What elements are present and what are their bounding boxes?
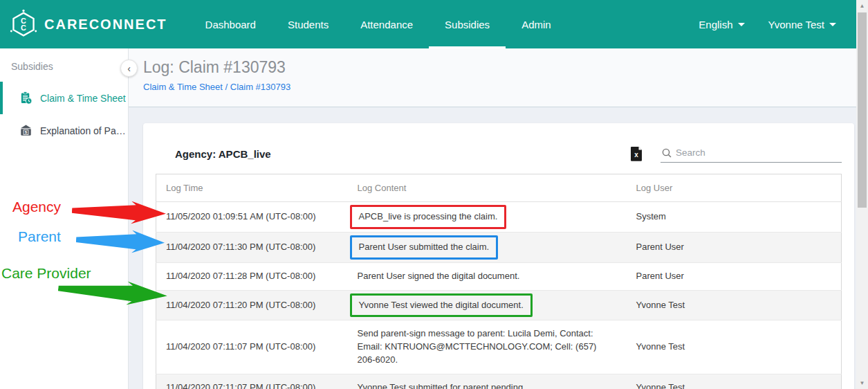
highlight-box-blue: Parent User submitted the claim. bbox=[350, 235, 499, 260]
vertical-scrollbar[interactable]: ▲ ▼ bbox=[856, 0, 868, 389]
log-time-cell: 11/04/2020 07:11:07 PM (UTC-08:00) bbox=[156, 374, 348, 389]
log-time-cell: 11/04/2020 07:11:28 PM (UTC-08:00) bbox=[156, 262, 348, 290]
breadcrumb-separator: / bbox=[225, 82, 228, 92]
svg-text:$: $ bbox=[25, 129, 28, 134]
brand-name: CARECONNECT bbox=[44, 17, 167, 33]
user-name: Yvonne Test bbox=[768, 19, 824, 30]
main-content: Log: Claim #130793 Claim & Time Sheet / … bbox=[129, 48, 868, 389]
nav-dashboard[interactable]: Dashboard bbox=[190, 0, 272, 48]
log-user-cell: System bbox=[627, 202, 842, 233]
title-block: Log: Claim #130793 Claim & Time Sheet / … bbox=[129, 48, 868, 107]
language-label: English bbox=[699, 19, 732, 30]
scroll-down-arrow-icon[interactable]: ▼ bbox=[856, 377, 868, 389]
agency-title: Agency: APCB_live bbox=[175, 148, 271, 160]
log-user-cell: Yvonne Test bbox=[627, 374, 842, 389]
sidebar-item-label: Claim & Time Sheet bbox=[40, 93, 126, 104]
sidebar: Subsidies Claim & Time Sheet bbox=[0, 48, 129, 389]
scrollbar-thumb[interactable] bbox=[858, 12, 867, 208]
search-input[interactable] bbox=[676, 147, 840, 158]
column-header-log-content: Log Content bbox=[348, 174, 627, 202]
column-header-log-time: Log Time bbox=[156, 174, 348, 202]
log-table-body: 11/05/2020 01:09:51 AM (UTC-08:00)APCB_l… bbox=[156, 202, 842, 389]
svg-text:x: x bbox=[634, 151, 638, 159]
highlight-box-red: APCB_live is processing the claim. bbox=[350, 205, 507, 229]
log-table: Log Time Log Content Log User 11/05/2020… bbox=[156, 174, 842, 389]
nav-subsidies[interactable]: Subsidies bbox=[429, 0, 506, 48]
nav-students[interactable]: Students bbox=[272, 0, 344, 48]
table-row: 11/04/2020 07:11:07 PM (UTC-08:00)Yvonne… bbox=[156, 374, 842, 389]
table-row: 11/04/2020 07:11:20 PM (UTC-08:00)Yvonne… bbox=[156, 290, 842, 320]
table-row: 11/04/2020 07:11:07 PM (UTC-08:00)Send p… bbox=[156, 320, 842, 374]
svg-text:C: C bbox=[21, 24, 26, 32]
page-area: Agency: APCB_live x bbox=[129, 107, 868, 389]
chevron-down-icon bbox=[738, 23, 745, 26]
log-user-cell: Parent User bbox=[627, 262, 842, 290]
scroll-up-arrow-icon[interactable]: ▲ bbox=[856, 0, 868, 12]
user-dropdown[interactable]: Yvonne Test bbox=[768, 19, 836, 30]
excel-export-icon[interactable]: x bbox=[631, 147, 643, 161]
column-header-log-user: Log User bbox=[627, 174, 842, 202]
sidebar-section-title: Subsidies bbox=[0, 48, 128, 82]
language-dropdown[interactable]: English bbox=[699, 19, 744, 30]
careconnect-logo-icon: C C bbox=[10, 9, 37, 39]
log-user-cell: Parent User bbox=[627, 232, 842, 262]
log-user-cell: Yvonne Test bbox=[627, 290, 842, 320]
search-icon bbox=[662, 148, 672, 158]
table-row: 11/04/2020 07:11:28 PM (UTC-08:00)Parent… bbox=[156, 262, 842, 290]
sidebar-item-explanation-of-payment[interactable]: $ Explanation of Pa… bbox=[0, 114, 128, 147]
log-content-cell: Yvonne Test submitted for parent pending… bbox=[348, 374, 627, 389]
nav-admin[interactable]: Admin bbox=[506, 0, 567, 48]
chevron-left-icon: ‹ bbox=[127, 64, 131, 73]
log-user-cell: Yvonne Test bbox=[627, 320, 842, 374]
main-nav: Dashboard Students Attendance Subsidies … bbox=[190, 0, 567, 48]
brand[interactable]: C C CARECONNECT bbox=[10, 0, 167, 48]
log-content-cell: Parent User signed the digital document. bbox=[348, 262, 627, 290]
sidebar-item-label: Explanation of Pa… bbox=[40, 125, 126, 136]
log-content-cell: Parent User submitted the claim. bbox=[348, 232, 627, 262]
log-content-cell: Yvonne Test viewed the digital document. bbox=[348, 290, 627, 320]
search-box bbox=[661, 145, 842, 163]
explanation-of-payment-icon: $ bbox=[19, 124, 33, 137]
claim-timesheet-icon bbox=[19, 91, 33, 105]
log-card: Agency: APCB_live x bbox=[143, 123, 854, 389]
breadcrumb: Claim & Time Sheet / Claim #130793 bbox=[143, 82, 868, 92]
log-time-cell: 11/04/2020 07:11:30 PM (UTC-08:00) bbox=[156, 232, 348, 262]
highlight-box-green: Yvonne Test viewed the digital document. bbox=[350, 293, 533, 318]
log-content-cell: APCB_live is processing the claim. bbox=[348, 202, 627, 233]
table-header-row: Log Time Log Content Log User bbox=[156, 174, 842, 202]
sidebar-collapse-button[interactable]: ‹ bbox=[120, 60, 138, 77]
page-title: Log: Claim #130793 bbox=[143, 58, 868, 77]
breadcrumb-link-claim-time-sheet[interactable]: Claim & Time Sheet bbox=[143, 82, 223, 92]
sidebar-item-claim-time-sheet[interactable]: Claim & Time Sheet bbox=[0, 82, 128, 114]
log-time-cell: 11/04/2020 07:11:07 PM (UTC-08:00) bbox=[156, 320, 348, 374]
nav-attendance[interactable]: Attendance bbox=[344, 0, 429, 48]
log-content-cell: Send parent-sign message to parent: Luci… bbox=[348, 320, 627, 374]
log-time-cell: 11/04/2020 07:11:20 PM (UTC-08:00) bbox=[156, 290, 348, 320]
table-row: 11/04/2020 07:11:30 PM (UTC-08:00)Parent… bbox=[156, 232, 842, 262]
app-header: C C CARECONNECT Dashboard Students Atten… bbox=[0, 0, 868, 48]
table-row: 11/05/2020 01:09:51 AM (UTC-08:00)APCB_l… bbox=[156, 202, 842, 233]
log-time-cell: 11/05/2020 01:09:51 AM (UTC-08:00) bbox=[156, 202, 348, 233]
breadcrumb-link-claim[interactable]: Claim #130793 bbox=[230, 82, 290, 92]
chevron-down-icon bbox=[829, 23, 836, 26]
